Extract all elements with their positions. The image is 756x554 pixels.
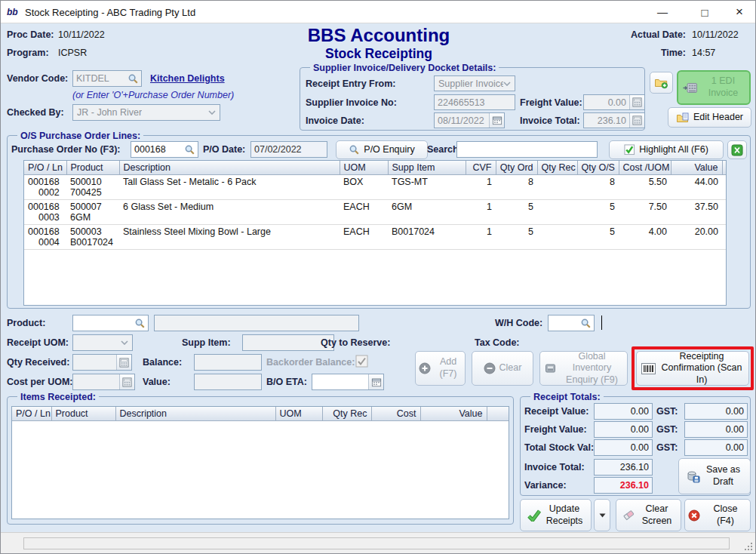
table-cell: 20.00	[671, 225, 722, 250]
calculator-icon[interactable]	[629, 95, 644, 109]
vendor-code-field[interactable]	[72, 70, 142, 87]
wh-code-label: W/H Code:	[495, 318, 542, 328]
clear-button[interactable]: Clear	[472, 351, 533, 386]
close-window-button[interactable]: ×	[723, 1, 756, 23]
calendar-icon[interactable]	[489, 113, 504, 128]
supp-item-label: Supp Item:	[182, 337, 231, 348]
calculator-icon[interactable]	[629, 113, 644, 128]
invoice-total-field[interactable]	[583, 112, 645, 128]
export-excel-button[interactable]	[727, 140, 747, 159]
search-icon	[349, 144, 360, 155]
update-receipts-button[interactable]: Update Receipts	[520, 499, 592, 531]
qty-received-field[interactable]	[72, 354, 132, 371]
po-lines-table[interactable]: P/O / LnProductDescriptionUOMSupp ItemCV…	[23, 160, 727, 306]
po-no-label: Purchase Order No (F3):	[11, 144, 120, 155]
receipting-confirmation-button[interactable]: Receipting Confirmation (Scan In)	[636, 351, 749, 386]
table-cell: 5	[496, 225, 537, 250]
folder-page-icon	[676, 112, 690, 124]
table-cell: 8	[577, 175, 619, 200]
resize-grip-icon[interactable]	[745, 543, 752, 550]
bo-eta-field[interactable]	[312, 374, 384, 390]
search-icon[interactable]	[131, 315, 148, 331]
table-cell: 8	[496, 175, 537, 200]
freight-value-field[interactable]	[583, 94, 645, 110]
add-label: Add (F7)	[435, 356, 462, 380]
column-header: P/O / Ln	[24, 161, 66, 175]
dropdown-arrow-icon	[599, 513, 606, 518]
search-icon[interactable]	[181, 142, 198, 157]
column-header	[722, 161, 727, 175]
update-receipts-dropdown-button[interactable]	[594, 499, 610, 531]
po-no-field[interactable]	[131, 141, 198, 158]
search-field[interactable]	[456, 141, 598, 158]
items-receipted-table[interactable]: P/O / LnProductDescriptionUOMQty RecCost…	[11, 406, 509, 519]
column-header: Qty Rec	[537, 161, 577, 175]
edit-header-button[interactable]: Edit Header	[668, 107, 751, 128]
supplier-invoice-no-field[interactable]	[434, 94, 515, 110]
receipt-entry-from-select[interactable]: Supplier Invoice	[434, 75, 515, 91]
text-cursor	[601, 315, 602, 330]
table-cell: BOX	[340, 175, 388, 200]
program-value: ICPSR	[58, 48, 87, 58]
items-receipted-grid: P/O / LnProductDescriptionUOMQty RecCost…	[12, 407, 509, 421]
vendor-name-link[interactable]: Kitchen Delights	[150, 73, 225, 84]
column-header: UOM	[340, 161, 388, 175]
minus-circle-icon	[484, 362, 496, 374]
po-date-field[interactable]	[250, 141, 327, 158]
receipt-uom-select[interactable]	[72, 334, 133, 351]
column-header: Cost	[371, 407, 420, 421]
balance-field	[194, 354, 262, 371]
search-icon[interactable]	[124, 71, 141, 86]
close-button[interactable]: Close (F4)	[684, 499, 751, 531]
table-cell	[537, 200, 577, 225]
table-cell: 500010700425	[66, 175, 119, 200]
invoice-date-field[interactable]	[434, 112, 505, 128]
maximize-button[interactable]: □	[688, 1, 721, 23]
po-enquiry-button[interactable]: P/O Enquiry	[336, 140, 428, 159]
receipt-value-label: Receipt Value:	[524, 406, 589, 417]
table-cell: 0001680003	[24, 200, 66, 225]
invoice-total-summary-label: Invoice Total:	[524, 462, 585, 472]
variance-label: Variance:	[524, 480, 567, 491]
global-inventory-enquiry-button[interactable]: Global Inventory Enquiry (F9)	[539, 351, 628, 386]
vendor-code-label: Vendor Code:	[7, 73, 68, 84]
minimize-button[interactable]: —	[646, 1, 679, 23]
clear-screen-button[interactable]: Clear Screen	[616, 499, 681, 531]
value-label: Value:	[143, 377, 171, 387]
table-cell: 1	[466, 225, 496, 250]
save-as-draft-button[interactable]: Save as Draft	[678, 458, 751, 494]
table-row[interactable]: 00016800035000076GM6 Glass Set - MediumE…	[24, 200, 727, 225]
column-header: CVF	[466, 161, 496, 175]
attach-document-button[interactable]	[650, 72, 673, 94]
eraser-icon	[622, 509, 635, 522]
receipt-uom-label: Receipt UOM:	[7, 337, 69, 348]
checked-by-value: JR - John River	[77, 107, 142, 118]
save-disk-icon	[687, 470, 700, 483]
table-cell: 6GM	[388, 200, 466, 225]
checked-by-select[interactable]: JR - John River	[72, 104, 220, 121]
calendar-icon[interactable]	[368, 374, 383, 389]
cost-per-uom-field[interactable]	[72, 374, 135, 390]
wh-code-field[interactable]	[548, 315, 595, 331]
table-cell: 6 Glass Set - Medium	[119, 200, 340, 225]
receipting-confirmation-label: Receipting Confirmation (Scan In)	[659, 351, 744, 386]
receipt-entry-from-value: Supplier Invoice	[438, 78, 503, 89]
po-table-header-row: P/O / LnProductDescriptionUOMSupp ItemCV…	[24, 161, 727, 175]
table-cell	[722, 225, 727, 250]
excel-icon	[731, 144, 743, 156]
calculator-icon[interactable]	[116, 355, 131, 370]
backorder-balance-checkbox[interactable]	[355, 355, 368, 368]
table-row[interactable]: 0001680004500003B0017024Stainless Steel …	[24, 225, 727, 250]
table-row[interactable]: 0001680002500010700425Tall Glass Set - M…	[24, 175, 727, 200]
highlight-all-button[interactable]: Highlight All (F6)	[609, 140, 724, 159]
table-cell: 0001680002	[24, 175, 66, 200]
table-cell: 1	[466, 200, 496, 225]
calculator-icon[interactable]	[119, 374, 134, 389]
add-button[interactable]: Add (F7)	[415, 351, 466, 386]
invoice-details-title: Supplier Invoice/Delivery Docket Details…	[310, 63, 499, 73]
edi-invoice-button[interactable]: 1 EDI Invoice	[677, 70, 751, 105]
gst-label: GST:	[656, 442, 678, 453]
column-header	[487, 407, 509, 421]
search-icon[interactable]	[577, 315, 594, 331]
product-field[interactable]	[72, 315, 149, 331]
